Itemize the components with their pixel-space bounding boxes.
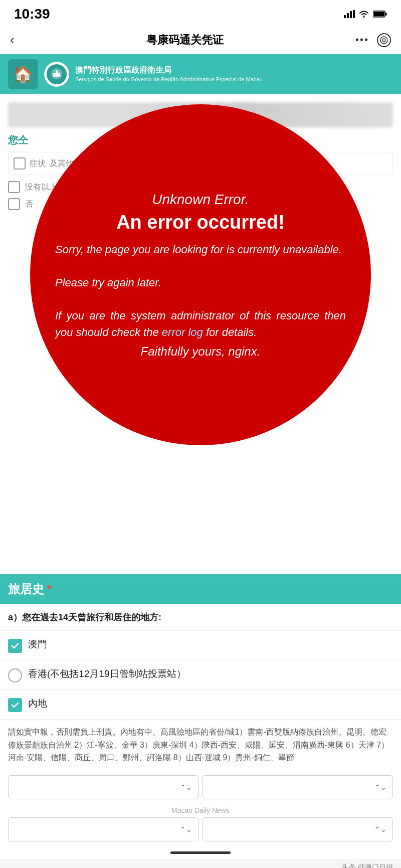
battery-icon — [373, 10, 387, 18]
org-logo-svg — [46, 63, 68, 85]
org-name-pt: Serviços de Saúde do Governo da Região A… — [75, 76, 263, 83]
org-name-zh: 澳門特別行政區政府衛生局 — [75, 65, 263, 76]
home-icon[interactable]: 🏠 — [8, 59, 38, 89]
travel-section-header: 旅居史 * — [0, 574, 401, 604]
error-body: Sorry, the page you are looking for is c… — [55, 241, 346, 340]
svg-rect-0 — [344, 15, 346, 18]
nav-title: 粤康码通关凭证 — [146, 33, 224, 48]
back-button[interactable]: ‹ — [10, 32, 15, 48]
scroll-bar — [170, 851, 231, 854]
status-icons — [344, 10, 387, 18]
required-marker: * — [47, 582, 52, 596]
travel-section: 旅居史 * a）您在過去14天曾旅行和居住的地方: 澳門 香港(不包括12月19… — [0, 574, 401, 868]
symptom-checkbox[interactable] — [14, 157, 26, 169]
org-text: 澳門特別行政區政府衛生局 Serviços de Saúde do Govern… — [75, 65, 263, 83]
hongkong-label: 香港(不包括12月19日管制站投票站） — [28, 667, 186, 681]
error-overlay: Unknown Error. An error occurred! Sorry,… — [30, 104, 371, 445]
checkmark-icon-2 — [11, 701, 20, 710]
footer-note: 头条 @澳门日报 — [0, 859, 401, 868]
dropdown-arrow-1: ⌃⌄ — [180, 783, 192, 791]
no-symptoms-checkbox[interactable] — [8, 181, 20, 193]
status-bar: 10:39 — [0, 0, 401, 26]
travel-question: a）您在過去14天曾旅行和居住的地方: — [0, 604, 401, 631]
mainland-label: 內地 — [28, 697, 47, 711]
macau-label: 澳門 — [28, 638, 47, 651]
dropdown-row-1: ⌃⌄ ⌃⌄ — [0, 770, 401, 804]
error-body-line4: for details. — [206, 326, 257, 338]
org-logo — [44, 62, 69, 87]
error-log-link[interactable]: error log — [162, 326, 203, 338]
svg-point-8 — [380, 37, 387, 44]
error-body-line2: Please try again later. — [55, 276, 161, 289]
symptom-label: 症状 — [30, 158, 46, 169]
main-content-wrapper: 您仝 症状 及其他呼吸道症 没有以上症状 否 Unknown Error. An… — [0, 94, 401, 574]
error-body-line1: Sorry, the page you are looking for is c… — [55, 243, 342, 256]
camera-icon — [380, 36, 388, 44]
scroll-indicator — [0, 846, 401, 859]
checkmark-icon — [11, 641, 20, 650]
svg-point-13 — [58, 74, 61, 77]
no-checkbox[interactable] — [8, 198, 20, 210]
svg-rect-2 — [350, 11, 352, 18]
option-mainland: 內地 — [0, 690, 401, 720]
dropdown-city-2[interactable]: ⌃⌄ — [203, 817, 393, 841]
camera-button[interactable] — [377, 33, 391, 47]
signal-icon — [344, 10, 355, 18]
header-banner: 🏠 澳門特別行政區政府衛生局 Serviços de Saúde do Gove… — [0, 54, 401, 94]
svg-point-12 — [53, 74, 56, 77]
dropdown-row-2: ⌃⌄ ⌃⌄ — [0, 816, 401, 846]
hongkong-checkbox[interactable] — [8, 668, 22, 682]
error-main-title: An error occurred! — [116, 212, 285, 233]
svg-rect-6 — [374, 12, 384, 17]
dropdown-arrow-2: ⌃⌄ — [374, 783, 386, 791]
macau-checkbox[interactable] — [8, 639, 22, 653]
no-label: 否 — [25, 199, 33, 210]
wifi-icon — [359, 10, 369, 18]
option-hongkong: 香港(不包括12月19日管制站投票站） — [0, 660, 401, 690]
error-signature: Faithfully yours, nginx. — [141, 344, 261, 359]
nav-right-actions: ••• — [355, 33, 391, 47]
error-unknown-title: Unknown Error. — [152, 192, 249, 208]
nav-bar: ‹ 粤康码通关凭证 ••• — [0, 26, 401, 54]
dropdown-province-2[interactable]: ⌃⌄ — [8, 817, 198, 841]
dropdown-province-1[interactable]: ⌃⌄ — [8, 775, 198, 799]
dropdown-arrow-4: ⌃⌄ — [374, 825, 386, 833]
svg-point-7 — [382, 39, 385, 42]
option-macau: 澳門 — [0, 631, 401, 660]
status-time: 10:39 — [14, 6, 50, 22]
svg-rect-3 — [353, 10, 355, 18]
dropdown-arrow-3: ⌃⌄ — [180, 825, 192, 833]
svg-rect-1 — [347, 13, 349, 18]
warning-text: 請如實申報，否則需負上刑責。內地有中、高風險地區的省份/城1）雲南-西雙版納傣族… — [0, 720, 401, 770]
dropdown-city-1[interactable]: ⌃⌄ — [203, 775, 393, 799]
svg-rect-5 — [385, 13, 387, 16]
watermark: Macao Daily News — [0, 804, 401, 816]
more-options-button[interactable]: ••• — [355, 34, 369, 46]
travel-header-text: 旅居史 — [8, 581, 44, 597]
mainland-checkbox[interactable] — [8, 698, 22, 712]
